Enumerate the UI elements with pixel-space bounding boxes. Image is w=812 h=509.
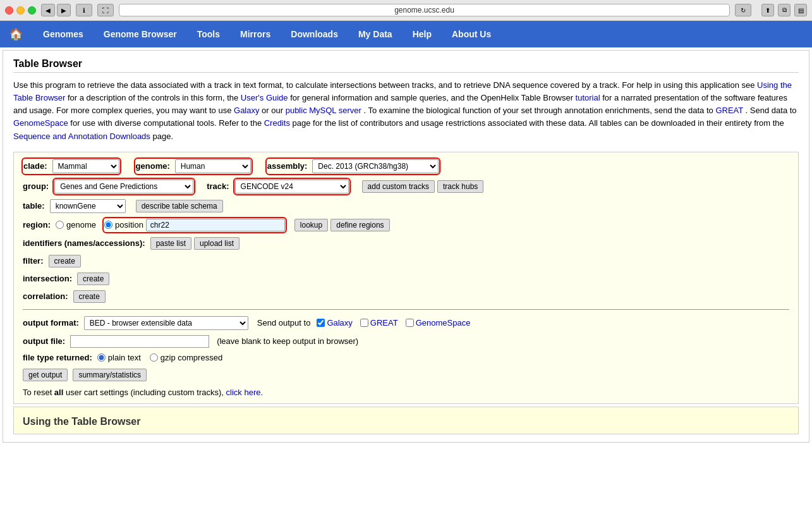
region-genome-text: genome [66, 220, 96, 230]
filter-label: filter: [23, 256, 44, 266]
link-tutorial[interactable]: tutorial [576, 93, 600, 102]
share-icon[interactable]: ⬆ [761, 4, 774, 16]
add-custom-tracks-button[interactable]: add custom tracks [362, 180, 435, 193]
group-select-wrapper: Genes and Gene Predictions Phenotype and… [54, 179, 194, 194]
nav-genomes[interactable]: Genomes [33, 21, 94, 47]
link-great-desc[interactable]: GREAT [715, 106, 743, 115]
gzip-radio[interactable] [150, 353, 158, 362]
nav-tools[interactable]: Tools [187, 21, 230, 47]
nav-my-data[interactable]: My Data [348, 21, 403, 47]
file-type-row: file type returned: plain text gzip comp… [23, 353, 789, 362]
nav-about-us[interactable]: About Us [442, 21, 501, 47]
intersection-label: intersection: [23, 274, 72, 283]
assembly-label: assembly: [267, 161, 308, 171]
home-icon[interactable]: 🏠 [6, 25, 25, 44]
correlation-label: correlation: [23, 291, 68, 301]
sidebar-icon[interactable]: ▤ [794, 4, 807, 16]
link-users-guide[interactable]: User's Guide [241, 93, 288, 102]
reset-text: To reset all user cart settings (includi… [23, 388, 789, 397]
nav-genome-browser[interactable]: Genome Browser [94, 21, 187, 47]
genome-select[interactable]: Human Mouse Rat Dog Chicken [175, 159, 251, 173]
link-genomespace-desc[interactable]: GenomeSpace [13, 118, 68, 128]
region-position-text: position [115, 220, 143, 230]
reset-all-bold: all [54, 388, 63, 397]
galaxy-link[interactable]: Galaxy [327, 318, 352, 328]
track-hubs-button[interactable]: track hubs [437, 180, 483, 193]
filter-row: filter: create [23, 255, 789, 267]
link-seq-annotation-downloads[interactable]: Sequence and Annotation Downloads [13, 132, 150, 141]
nav-mirrors[interactable]: Mirrors [230, 21, 281, 47]
group-select[interactable]: Genes and Gene Predictions Phenotype and… [54, 180, 193, 193]
fullscreen-button[interactable]: ⛶ [97, 4, 114, 16]
summary-statistics-button[interactable]: summary/statistics [73, 369, 147, 381]
browser-nav-buttons: ◀ ▶ [41, 4, 71, 16]
table-select[interactable]: knownGene knownIsoforms knownCanonical [50, 199, 126, 213]
position-input[interactable] [146, 219, 285, 231]
maximize-button[interactable] [28, 6, 36, 15]
genomespace-link[interactable]: GenomeSpace [416, 318, 471, 328]
plain-text-radio[interactable] [97, 353, 106, 362]
clade-genome-assembly-row: clade: Mammal Vertebrate Deuterostome In… [23, 159, 789, 174]
paste-list-button[interactable]: paste list [150, 237, 191, 250]
galaxy-checkbox[interactable] [317, 319, 325, 327]
output-format-row: output format: BED - browser extensible … [23, 316, 789, 330]
address-bar[interactable]: genome.ucsc.edu [119, 4, 730, 16]
output-file-row: output file: (leave blank to keep output… [23, 335, 789, 348]
output-file-hint: (leave blank to keep output in browser) [217, 336, 358, 346]
region-row: region: genome position lookup define re… [23, 218, 789, 232]
plain-text-label: plain text [108, 353, 141, 362]
gzip-label: gzip compressed [161, 353, 222, 362]
intersection-create-button[interactable]: create [77, 273, 109, 285]
great-checkbox[interactable] [360, 319, 368, 327]
link-credits[interactable]: Credits [264, 118, 290, 128]
identifiers-row: identifiers (names/accessions): paste li… [23, 237, 789, 250]
form-section: clade: Mammal Vertebrate Deuterostome In… [13, 152, 799, 404]
describe-table-schema-button[interactable]: describe table schema [136, 200, 223, 212]
section-divider [23, 309, 789, 310]
group-track-row: group: Genes and Gene Predictions Phenot… [23, 179, 789, 194]
region-label: region: [23, 220, 51, 230]
minimize-button[interactable] [16, 6, 25, 15]
table-row: table: knownGene knownIsoforms knownCano… [23, 199, 789, 213]
assembly-select[interactable]: Dec. 2013 (GRCh38/hg38) Feb. 2009 (GRCh3… [312, 159, 439, 173]
define-regions-button[interactable]: define regions [330, 219, 389, 231]
get-output-button[interactable]: get output [23, 369, 68, 381]
link-using-table-browser[interactable]: Using the Table Browser [13, 80, 792, 102]
page-content: Table Browser Use this program to retrie… [3, 50, 809, 443]
clade-group: clade: Mammal Vertebrate Deuterostome In… [23, 159, 120, 174]
send-output-label: Send output to [257, 318, 311, 328]
reset-link[interactable]: click here. [226, 388, 264, 397]
nav-downloads[interactable]: Downloads [281, 21, 348, 47]
description: Use this program to retrieve the data as… [13, 79, 799, 143]
correlation-create-button[interactable]: create [73, 290, 106, 303]
forward-button[interactable]: ▶ [57, 4, 71, 16]
output-format-select[interactable]: BED - browser extensible data GTF - gene… [84, 316, 248, 330]
refresh-button[interactable]: ↻ [735, 4, 751, 16]
page-info-button[interactable]: ℹ [76, 4, 92, 16]
table-label: table: [23, 201, 45, 211]
close-button[interactable] [5, 6, 13, 15]
nav-help[interactable]: Help [403, 21, 442, 47]
filter-create-button[interactable]: create [49, 255, 81, 267]
window-icon[interactable]: ⧉ [778, 4, 791, 16]
bottom-section: Using the Table Browser [13, 407, 799, 434]
lookup-button[interactable]: lookup [294, 219, 328, 231]
track-label: track: [207, 181, 229, 191]
genomespace-checkbox[interactable] [406, 319, 414, 327]
genome-label: genome: [136, 161, 170, 171]
great-link[interactable]: GREAT [370, 318, 398, 328]
output-file-input[interactable] [70, 335, 209, 348]
upload-list-button[interactable]: upload list [194, 237, 239, 250]
navbar: 🏠 Genomes Genome Browser Tools Mirrors D… [0, 21, 812, 47]
track-select-wrapper: GENCODE v24 Ensembl Genes RefSeq Genes U… [234, 179, 349, 194]
region-position-radio[interactable] [104, 221, 112, 229]
genome-group: genome: Human Mouse Rat Dog Chicken [135, 159, 251, 174]
link-galaxy-desc[interactable]: Galaxy [234, 106, 259, 115]
region-genome-radio[interactable] [56, 221, 64, 229]
link-mysql[interactable]: public MySQL server [286, 106, 361, 115]
back-button[interactable]: ◀ [41, 4, 55, 16]
clade-select[interactable]: Mammal Vertebrate Deuterostome Insect Ne… [52, 159, 119, 173]
assembly-group: assembly: Dec. 2013 (GRCh38/hg38) Feb. 2… [267, 159, 440, 174]
track-select[interactable]: GENCODE v24 Ensembl Genes RefSeq Genes U… [235, 180, 349, 193]
clade-label: clade: [23, 161, 47, 171]
